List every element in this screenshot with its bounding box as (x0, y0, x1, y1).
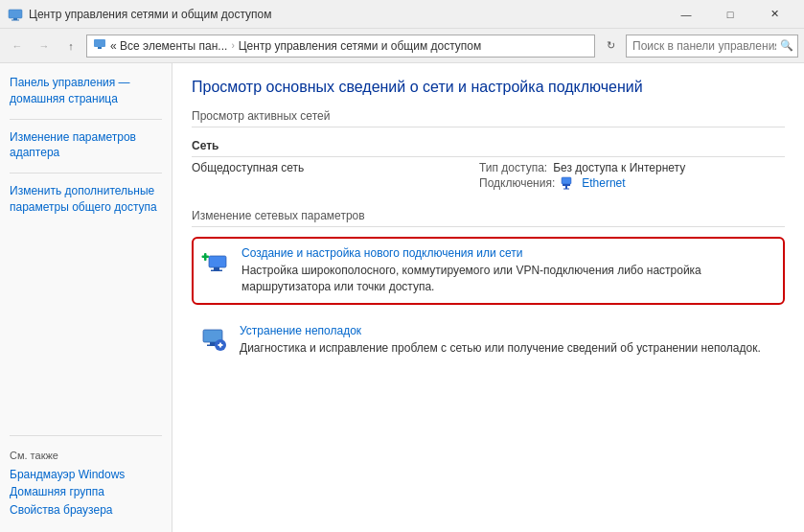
network-name: Общедоступная сеть (192, 161, 304, 174)
sidebar-link-firewall[interactable]: Брандмауэр Windows (10, 467, 162, 483)
setting-content-troubleshoot: Устранение неполадок Диагностика и испра… (240, 324, 777, 357)
app-icon (8, 7, 23, 22)
breadcrumb-icon (93, 37, 106, 54)
minimize-button[interactable]: — (664, 0, 708, 29)
refresh-button[interactable]: ↻ (599, 35, 622, 58)
title-bar-text: Центр управления сетями и общим доступом (29, 8, 272, 21)
search-input[interactable] (632, 39, 776, 53)
troubleshoot-desc: Диагностика и исправление проблем с сеть… (240, 340, 777, 357)
sidebar-link-adapter[interactable]: Изменение параметров адаптера (10, 129, 162, 162)
sidebar-separator-1 (10, 119, 162, 120)
access-type-label: Тип доступа: (479, 161, 547, 174)
address-breadcrumb[interactable]: « Все элементы пан... › Центр управления… (86, 35, 595, 58)
address-bar: ← → ↑ « Все элементы пан... › Центр упра… (0, 29, 804, 63)
svg-rect-3 (94, 39, 105, 47)
breadcrumb-part1: « Все элементы пан... (110, 39, 227, 53)
setting-item-create: Создание и настройка нового подключения … (192, 237, 785, 305)
back-button[interactable]: ← (6, 35, 29, 58)
change-settings-header: Изменение сетевых параметров (192, 209, 785, 227)
active-networks-header: Просмотр активных сетей (192, 109, 785, 127)
svg-rect-11 (211, 270, 222, 272)
title-bar: Центр управления сетями и общим доступом… (0, 0, 804, 29)
search-box[interactable]: 🔍 (626, 35, 798, 58)
sidebar-separator-3 (10, 435, 162, 436)
sidebar-link-sharing[interactable]: Изменить дополнительные параметры общего… (10, 183, 162, 216)
create-connection-title[interactable]: Создание и настройка нового подключения … (241, 246, 775, 260)
breadcrumb-part2: Центр управления сетями и общим доступом (239, 39, 482, 53)
svg-rect-2 (11, 19, 19, 20)
breadcrumb-chevron1: › (231, 40, 234, 51)
setting-item-troubleshoot: Устранение неполадок Диагностика и испра… (192, 318, 785, 362)
sidebar-link-homegroup[interactable]: Домашняя группа (10, 484, 162, 500)
up-button[interactable]: ↑ (59, 35, 82, 58)
connection-label: Подключения: (479, 176, 555, 190)
close-button[interactable]: ✕ (752, 0, 796, 29)
svg-rect-9 (209, 256, 226, 267)
access-value: Без доступа к Интернету (553, 161, 685, 174)
setting-content-create: Создание и настройка нового подключения … (241, 246, 775, 295)
content-area: Просмотр основных сведений о сети и наст… (172, 63, 804, 532)
svg-rect-5 (562, 177, 571, 184)
sidebar-link-browser[interactable]: Свойства браузера (10, 502, 162, 519)
svg-rect-6 (563, 184, 570, 186)
sidebar: Панель управления — домашняя страница Из… (0, 63, 172, 532)
col-header-network: Сеть (192, 135, 479, 157)
see-also-title: См. также (10, 450, 162, 461)
title-bar-left: Центр управления сетями и общим доступом (8, 7, 272, 22)
create-connection-desc: Настройка широкополосного, коммутируемог… (241, 263, 775, 295)
svg-rect-4 (98, 47, 102, 49)
svg-rect-13 (202, 256, 210, 259)
networks-table: Сеть Общедоступная сеть Тип доступа: Без… (192, 135, 785, 194)
main-layout: Панель управления — домашняя страница Из… (0, 63, 804, 532)
create-connection-icon (201, 246, 232, 277)
access-info-cell: Тип доступа: Без доступа к Интернету Под… (479, 157, 785, 195)
search-icon: 🔍 (780, 39, 793, 52)
svg-rect-19 (219, 342, 221, 347)
table-row: Общедоступная сеть Тип доступа: Без дост… (192, 157, 785, 195)
col-header-access (479, 135, 785, 157)
sidebar-separator-2 (10, 173, 162, 173)
page-title: Просмотр основных сведений о сети и наст… (192, 79, 785, 96)
svg-rect-0 (9, 10, 22, 18)
title-bar-controls: — □ ✕ (664, 0, 796, 29)
connection-row: Подключения: Ethernet (479, 176, 785, 190)
troubleshoot-title[interactable]: Устранение неполадок (240, 324, 777, 337)
access-row: Тип доступа: Без доступа к Интернету (479, 161, 785, 174)
ethernet-link[interactable]: Ethernet (582, 176, 625, 190)
network-name-cell: Общедоступная сеть (192, 157, 479, 195)
maximize-button[interactable]: □ (708, 0, 752, 29)
svg-rect-8 (563, 189, 569, 190)
sidebar-link-home[interactable]: Панель управления — домашняя страница (10, 75, 162, 107)
ethernet-icon (561, 176, 576, 190)
troubleshoot-icon-container (199, 324, 230, 355)
forward-button[interactable]: → (33, 35, 56, 58)
